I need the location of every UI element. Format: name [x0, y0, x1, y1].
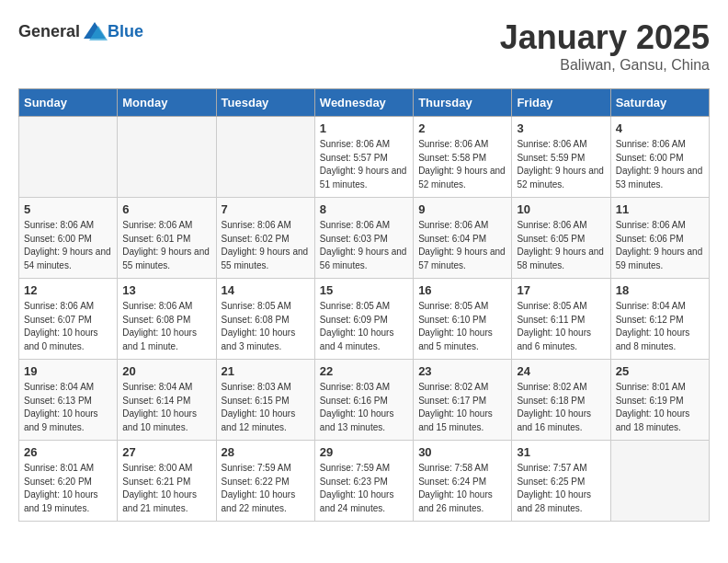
calendar-table: SundayMondayTuesdayWednesdayThursdayFrid… [18, 88, 710, 522]
calendar-cell: 21Sunrise: 8:03 AM Sunset: 6:15 PM Dayli… [216, 360, 314, 441]
day-info: Sunrise: 8:05 AM Sunset: 6:09 PM Dayligh… [320, 300, 408, 353]
calendar-cell: 3Sunrise: 8:06 AM Sunset: 5:59 PM Daylig… [512, 117, 610, 198]
day-info: Sunrise: 8:03 AM Sunset: 6:16 PM Dayligh… [320, 381, 408, 434]
calendar-week-row: 26Sunrise: 8:01 AM Sunset: 6:20 PM Dayli… [19, 441, 710, 522]
calendar-cell: 28Sunrise: 7:59 AM Sunset: 6:22 PM Dayli… [216, 441, 314, 522]
day-info: Sunrise: 8:03 AM Sunset: 6:15 PM Dayligh… [222, 381, 310, 434]
day-number: 18 [616, 283, 704, 297]
calendar-cell: 8Sunrise: 8:06 AM Sunset: 6:03 PM Daylig… [314, 198, 413, 279]
day-number: 26 [24, 445, 112, 459]
day-number: 27 [122, 445, 210, 459]
day-info: Sunrise: 8:05 AM Sunset: 6:10 PM Dayligh… [418, 300, 506, 353]
day-number: 17 [517, 283, 605, 297]
calendar-cell [610, 441, 709, 522]
day-info: Sunrise: 8:05 AM Sunset: 6:08 PM Dayligh… [222, 300, 310, 353]
day-info: Sunrise: 8:06 AM Sunset: 6:06 PM Dayligh… [616, 219, 704, 272]
calendar-cell: 1Sunrise: 8:06 AM Sunset: 5:57 PM Daylig… [314, 117, 413, 198]
day-info: Sunrise: 8:06 AM Sunset: 6:03 PM Dayligh… [320, 219, 408, 272]
calendar-cell [216, 117, 314, 198]
day-number: 6 [122, 202, 210, 216]
day-number: 29 [320, 445, 408, 459]
day-number: 13 [122, 283, 210, 297]
day-number: 3 [517, 121, 605, 135]
calendar-cell [19, 117, 118, 198]
day-info: Sunrise: 8:06 AM Sunset: 6:05 PM Dayligh… [517, 219, 605, 272]
calendar-cell: 4Sunrise: 8:06 AM Sunset: 6:00 PM Daylig… [610, 117, 709, 198]
calendar-cell: 19Sunrise: 8:04 AM Sunset: 6:13 PM Dayli… [19, 360, 118, 441]
calendar-cell: 13Sunrise: 8:06 AM Sunset: 6:08 PM Dayli… [118, 279, 216, 360]
day-number: 16 [418, 283, 506, 297]
header-cell-monday: Monday [118, 89, 216, 117]
calendar-cell: 5Sunrise: 8:06 AM Sunset: 6:00 PM Daylig… [19, 198, 118, 279]
day-number: 19 [24, 364, 112, 378]
calendar-cell: 29Sunrise: 7:59 AM Sunset: 6:23 PM Dayli… [314, 441, 413, 522]
day-info: Sunrise: 8:02 AM Sunset: 6:18 PM Dayligh… [517, 381, 605, 434]
day-info: Sunrise: 8:06 AM Sunset: 5:59 PM Dayligh… [517, 138, 605, 191]
logo-text-general: General [18, 22, 80, 41]
calendar-cell: 23Sunrise: 8:02 AM Sunset: 6:17 PM Dayli… [414, 360, 512, 441]
calendar-cell: 12Sunrise: 8:06 AM Sunset: 6:07 PM Dayli… [19, 279, 118, 360]
calendar-cell: 14Sunrise: 8:05 AM Sunset: 6:08 PM Dayli… [216, 279, 314, 360]
day-info: Sunrise: 8:06 AM Sunset: 6:01 PM Dayligh… [122, 219, 210, 272]
day-number: 30 [418, 445, 506, 459]
calendar-cell: 9Sunrise: 8:06 AM Sunset: 6:04 PM Daylig… [414, 198, 512, 279]
calendar-cell: 11Sunrise: 8:06 AM Sunset: 6:06 PM Dayli… [610, 198, 709, 279]
day-number: 14 [222, 283, 310, 297]
day-number: 5 [24, 202, 112, 216]
title-block: January 2025 Baliwan, Gansu, China [500, 18, 710, 74]
day-info: Sunrise: 8:05 AM Sunset: 6:11 PM Dayligh… [517, 300, 605, 353]
day-info: Sunrise: 8:06 AM Sunset: 6:02 PM Dayligh… [222, 219, 310, 272]
day-info: Sunrise: 8:06 AM Sunset: 5:57 PM Dayligh… [320, 138, 408, 191]
calendar-cell: 26Sunrise: 8:01 AM Sunset: 6:20 PM Dayli… [19, 441, 118, 522]
calendar-cell: 18Sunrise: 8:04 AM Sunset: 6:12 PM Dayli… [610, 279, 709, 360]
day-info: Sunrise: 8:02 AM Sunset: 6:17 PM Dayligh… [418, 381, 506, 434]
day-info: Sunrise: 8:04 AM Sunset: 6:12 PM Dayligh… [616, 300, 704, 353]
calendar-week-row: 19Sunrise: 8:04 AM Sunset: 6:13 PM Dayli… [19, 360, 710, 441]
calendar-header-row: SundayMondayTuesdayWednesdayThursdayFrid… [19, 89, 710, 117]
calendar-cell: 2Sunrise: 8:06 AM Sunset: 5:58 PM Daylig… [414, 117, 512, 198]
calendar-cell: 20Sunrise: 8:04 AM Sunset: 6:14 PM Dayli… [118, 360, 216, 441]
day-info: Sunrise: 8:06 AM Sunset: 6:07 PM Dayligh… [24, 300, 112, 353]
day-info: Sunrise: 8:06 AM Sunset: 6:00 PM Dayligh… [616, 138, 704, 191]
day-number: 12 [24, 283, 112, 297]
calendar-cell: 10Sunrise: 8:06 AM Sunset: 6:05 PM Dayli… [512, 198, 610, 279]
calendar-week-row: 5Sunrise: 8:06 AM Sunset: 6:00 PM Daylig… [19, 198, 710, 279]
calendar-cell: 27Sunrise: 8:00 AM Sunset: 6:21 PM Dayli… [118, 441, 216, 522]
day-number: 11 [616, 202, 704, 216]
month-title: January 2025 [500, 18, 710, 57]
day-info: Sunrise: 8:06 AM Sunset: 5:58 PM Dayligh… [418, 138, 506, 191]
calendar-week-row: 12Sunrise: 8:06 AM Sunset: 6:07 PM Dayli… [19, 279, 710, 360]
header-cell-sunday: Sunday [19, 89, 118, 117]
calendar-cell: 6Sunrise: 8:06 AM Sunset: 6:01 PM Daylig… [118, 198, 216, 279]
day-number: 31 [517, 445, 605, 459]
day-number: 15 [320, 283, 408, 297]
day-number: 28 [222, 445, 310, 459]
header-cell-thursday: Thursday [414, 89, 512, 117]
day-number: 21 [222, 364, 310, 378]
logo-text-blue: Blue [108, 22, 143, 41]
day-number: 23 [418, 364, 506, 378]
day-info: Sunrise: 8:00 AM Sunset: 6:21 PM Dayligh… [122, 462, 210, 515]
calendar-cell: 30Sunrise: 7:58 AM Sunset: 6:24 PM Dayli… [414, 441, 512, 522]
calendar-cell: 17Sunrise: 8:05 AM Sunset: 6:11 PM Dayli… [512, 279, 610, 360]
day-info: Sunrise: 8:04 AM Sunset: 6:13 PM Dayligh… [24, 381, 112, 434]
calendar-cell: 15Sunrise: 8:05 AM Sunset: 6:09 PM Dayli… [314, 279, 413, 360]
day-info: Sunrise: 7:57 AM Sunset: 6:25 PM Dayligh… [517, 462, 605, 515]
day-number: 20 [122, 364, 210, 378]
day-info: Sunrise: 8:06 AM Sunset: 6:04 PM Dayligh… [418, 219, 506, 272]
header-cell-friday: Friday [512, 89, 610, 117]
logo: General Blue [18, 18, 143, 44]
day-number: 4 [616, 121, 704, 135]
calendar-cell: 7Sunrise: 8:06 AM Sunset: 6:02 PM Daylig… [216, 198, 314, 279]
day-number: 2 [418, 121, 506, 135]
day-info: Sunrise: 7:59 AM Sunset: 6:23 PM Dayligh… [320, 462, 408, 515]
calendar-body: 1Sunrise: 8:06 AM Sunset: 5:57 PM Daylig… [19, 117, 710, 522]
day-info: Sunrise: 8:01 AM Sunset: 6:19 PM Dayligh… [616, 381, 704, 434]
day-number: 10 [517, 202, 605, 216]
calendar-cell [118, 117, 216, 198]
calendar-cell: 22Sunrise: 8:03 AM Sunset: 6:16 PM Dayli… [314, 360, 413, 441]
day-number: 1 [320, 121, 408, 135]
calendar-cell: 16Sunrise: 8:05 AM Sunset: 6:10 PM Dayli… [414, 279, 512, 360]
logo-icon [82, 18, 108, 44]
day-info: Sunrise: 8:06 AM Sunset: 6:00 PM Dayligh… [24, 219, 112, 272]
